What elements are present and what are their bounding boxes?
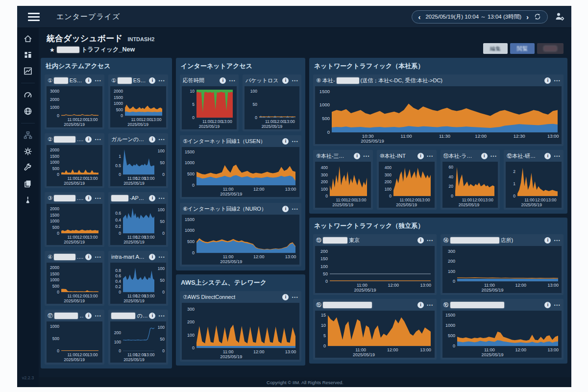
svg-text:12:00: 12:00 xyxy=(253,349,265,354)
svg-text:400: 400 xyxy=(321,165,328,170)
more-menu-icon[interactable]: ●●● xyxy=(554,239,561,242)
svg-text:100: 100 xyxy=(250,89,257,94)
edit-button[interactable]: 編集 xyxy=(483,43,508,54)
prev-period-icon[interactable]: ‹ xyxy=(418,13,420,21)
more-menu-icon[interactable]: ●●● xyxy=(363,154,370,157)
info-icon[interactable]: i xyxy=(544,302,551,308)
chart-title: パケットロス xyxy=(245,77,279,84)
more-menu-icon[interactable]: ●●● xyxy=(292,140,298,143)
info-icon[interactable]: i xyxy=(149,254,155,260)
more-menu-icon[interactable]: ●●● xyxy=(95,138,101,141)
more-menu-icon[interactable]: ●●● xyxy=(158,314,165,317)
svg-text:2000: 2000 xyxy=(50,206,59,211)
more-menu-icon[interactable]: ●●● xyxy=(554,79,561,82)
info-icon[interactable]: i xyxy=(85,195,92,201)
group-internal-systems: 社内システムアクセス ①ESX0…i●●●300020001000011:001… xyxy=(41,58,172,368)
more-menu-icon[interactable]: ●●● xyxy=(95,314,101,317)
more-menu-icon[interactable]: ●●● xyxy=(95,79,101,82)
svg-text:1500: 1500 xyxy=(50,271,59,276)
svg-text:12:00: 12:00 xyxy=(515,283,526,288)
more-menu-icon[interactable]: ●●● xyxy=(554,303,561,306)
svg-text:2: 2 xyxy=(514,169,516,174)
svg-text:13:00: 13:00 xyxy=(356,197,367,202)
info-icon[interactable]: i xyxy=(149,313,155,319)
more-menu-icon[interactable]: ●●● xyxy=(95,196,101,199)
apps-grid-icon[interactable] xyxy=(23,50,33,60)
info-icon[interactable]: i xyxy=(354,153,360,159)
favorite-star-icon[interactable]: ★ xyxy=(49,47,55,53)
chart-plot: 20015010050011:0012:0013:002025/05/19 xyxy=(315,246,435,293)
more-menu-icon[interactable]: ●●● xyxy=(490,154,497,157)
redacted-label xyxy=(337,77,359,84)
more-menu-icon[interactable]: ●●● xyxy=(292,79,298,82)
svg-text:11:00: 11:00 xyxy=(401,133,412,139)
info-icon[interactable]: i xyxy=(220,77,226,84)
svg-text:5: 5 xyxy=(323,333,326,338)
info-icon[interactable]: i xyxy=(85,136,92,143)
chart-title: ESX0… xyxy=(133,77,148,83)
user-settings-icon[interactable] xyxy=(555,12,564,22)
more-menu-icon[interactable]: ●●● xyxy=(554,154,561,157)
more-menu-icon[interactable]: ●●● xyxy=(427,303,434,306)
chart-tile: ②.x…i●●●200015001000500011:0012:0013:002… xyxy=(45,133,104,188)
more-menu-icon[interactable]: ●●● xyxy=(158,255,165,258)
more-menu-icon[interactable]: ●●● xyxy=(158,79,165,82)
line-chart-icon[interactable] xyxy=(23,66,33,76)
flask-icon[interactable] xyxy=(23,195,33,205)
globe-icon[interactable] xyxy=(23,106,33,116)
home-icon[interactable] xyxy=(23,34,33,44)
svg-text:0: 0 xyxy=(162,231,165,236)
chart-title: .x… xyxy=(77,136,84,142)
info-icon[interactable]: i xyxy=(544,237,551,244)
info-icon[interactable]: i xyxy=(149,195,155,201)
more-menu-icon[interactable]: ●●● xyxy=(427,154,434,157)
next-period-icon[interactable]: › xyxy=(526,13,529,21)
more-menu-icon[interactable]: ●●● xyxy=(158,138,165,141)
group-title: 社内システムアクセス xyxy=(46,62,167,71)
info-icon[interactable]: i xyxy=(149,136,155,143)
gear-icon[interactable] xyxy=(23,147,33,156)
info-icon[interactable]: i xyxy=(481,153,488,159)
hamburger-menu-icon[interactable] xyxy=(28,13,40,21)
date-range-picker[interactable]: ‹ 2025/05/19(月) 10:04 ～ 13:04 (3時間) › xyxy=(412,10,548,24)
info-icon[interactable]: i xyxy=(282,77,289,84)
copy-icon[interactable] xyxy=(23,179,33,189)
info-icon[interactable]: i xyxy=(544,77,551,84)
svg-text:2025/05/19: 2025/05/19 xyxy=(64,298,85,303)
info-icon[interactable]: i xyxy=(282,294,289,300)
chart-tile: ⑪本社-ラ…i●●●604020011:0012:0013:002025/05/… xyxy=(441,150,500,210)
redacted-label xyxy=(54,77,68,84)
redacted-button[interactable] xyxy=(537,43,564,54)
chart-title: ⑪本社-ラ… xyxy=(443,152,472,160)
svg-text:1500: 1500 xyxy=(319,89,330,94)
chart-plot: 200015001000500011:0012:0013:002025/05/1… xyxy=(110,86,166,127)
info-icon[interactable]: i xyxy=(85,313,92,319)
wrench-icon[interactable] xyxy=(23,163,33,172)
chart-tile-header: ③.x…i●●● xyxy=(45,192,104,204)
info-icon[interactable]: i xyxy=(85,77,92,84)
chart-tile-header: intra-mart AP…i●●● xyxy=(108,251,168,263)
info-icon[interactable]: i xyxy=(149,77,155,84)
chart-tile: ⑧本社-(送信；本社<-DC, 受信:本社->DC)i●●●1500100050… xyxy=(313,74,564,146)
info-icon[interactable]: i xyxy=(417,153,424,159)
svg-text:400: 400 xyxy=(385,165,392,170)
more-menu-icon[interactable]: ●●● xyxy=(427,239,434,242)
info-icon[interactable]: i xyxy=(282,138,289,145)
info-icon[interactable]: i xyxy=(282,206,289,212)
refresh-icon[interactable] xyxy=(534,13,541,21)
svg-text:11:00: 11:00 xyxy=(484,347,494,352)
sitemap-icon[interactable] xyxy=(23,130,33,140)
more-menu-icon[interactable]: ●●● xyxy=(229,79,236,82)
more-menu-icon[interactable]: ●●● xyxy=(95,255,101,258)
info-icon[interactable]: i xyxy=(85,254,92,260)
info-icon[interactable]: i xyxy=(417,237,424,244)
more-menu-icon[interactable]: ●●● xyxy=(292,295,298,298)
info-icon[interactable]: i xyxy=(544,153,551,159)
view-button[interactable]: 閲覧 xyxy=(510,43,535,54)
gauge-icon[interactable] xyxy=(23,90,33,100)
more-menu-icon[interactable]: ●●● xyxy=(292,207,298,210)
svg-text:50: 50 xyxy=(160,160,165,165)
svg-text:100: 100 xyxy=(187,333,195,338)
info-icon[interactable]: i xyxy=(417,302,424,308)
more-menu-icon[interactable]: ●●● xyxy=(158,196,165,199)
